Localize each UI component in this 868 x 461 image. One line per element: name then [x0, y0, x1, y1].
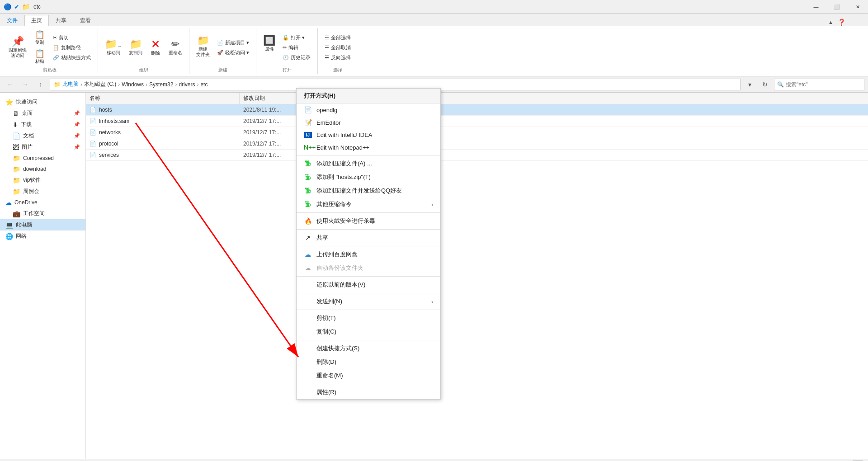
tab-home[interactable]: 主页 [24, 15, 49, 26]
sidebar-item-download[interactable]: 📁 download [0, 164, 85, 174]
ctx-item-send-qq[interactable]: 🗜 添加到压缩文件并发送给QQ好友 [297, 184, 440, 198]
scissors-icon: ✂ [53, 35, 57, 41]
file-icon-protocol: 📄 [90, 141, 96, 147]
ctx-item-properties[interactable]: 属性(R) [297, 386, 440, 399]
rename-icon: ✏ [171, 39, 179, 49]
sidebar-item-vip[interactable]: 📁 vip软件 [0, 174, 85, 186]
vip-icon: 📁 [13, 177, 20, 184]
up-button[interactable]: ↑ [34, 79, 47, 90]
path-segment-5[interactable]: etc [200, 81, 208, 88]
tab-file[interactable]: 文件 [0, 15, 24, 26]
ctx-item-emeditor[interactable]: 📝 EmEditor [297, 116, 440, 129]
cut-button[interactable]: ✂ 剪切 [50, 33, 94, 42]
file-row-protocol[interactable]: 📄 protocol 2019/12/7 17:... B [86, 138, 868, 150]
arrow-send-icon: › [431, 298, 433, 305]
ctx-item-add-hosts-zip[interactable]: 🗜 添加到 "hosts.zip"(T) [297, 170, 440, 184]
downloads-icon: ⬇ [13, 121, 18, 128]
ctx-item-create-shortcut[interactable]: 创建快捷方式(S) [297, 342, 440, 355]
onedrive-icon: ☁ [5, 199, 12, 206]
path-segment-4[interactable]: drivers [179, 81, 195, 88]
ctx-item-other-compress[interactable]: 🗜 其他压缩命令 › [297, 198, 440, 211]
title-controls[interactable]: — ⬜ ✕ [806, 0, 868, 14]
ctx-item-share[interactable]: ↗ 共享 [297, 231, 440, 245]
copy-path-icon: 📋 [53, 45, 59, 51]
ctx-item-baidu[interactable]: ☁ 上传到百度网盘 [297, 248, 440, 261]
sidebar-item-quick-access[interactable]: ⭐ 快速访问 [0, 96, 85, 108]
sidebar-item-downloads[interactable]: ⬇ 下载 📌 [0, 119, 85, 130]
header-name[interactable]: 名称 [86, 93, 240, 104]
ctx-item-rename[interactable]: 重命名(M) [297, 369, 440, 382]
ribbon-group-new: 📁 新建文件夹 📄 新建项目 ▾ 🚀 轻松访问 ▾ 新建 [189, 28, 256, 74]
file-row-hosts[interactable]: 📄 hosts 2021/8/11 19:... [86, 104, 868, 116]
forward-button[interactable]: → [19, 79, 32, 90]
path-segment-1[interactable]: 本地磁盘 (C:) [84, 80, 116, 88]
pictures-icon: 🖼 [13, 144, 19, 151]
copy-to-button[interactable]: 📁 复制到 [126, 38, 146, 57]
delete-button[interactable]: ✕ 删除 [146, 37, 165, 58]
pin-downloads-icon: 📌 [74, 122, 80, 127]
deselect-all-button[interactable]: ☰ 全部取消 [321, 43, 354, 52]
sidebar-item-pictures[interactable]: 🖼 图片 📌 [0, 141, 85, 153]
ctx-item-intellij[interactable]: IJ Edit with IntelliJ IDEA [297, 129, 440, 141]
sidebar-item-compressed[interactable]: 📁 Compressed [0, 153, 85, 164]
sidebar-item-desktop[interactable]: 🖥 桌面 📌 [0, 108, 85, 119]
tab-view[interactable]: 查看 [73, 15, 98, 26]
search-box[interactable]: 🔍 [774, 79, 864, 90]
refresh-button[interactable]: ↻ [759, 79, 771, 90]
sidebar-item-onedrive[interactable]: ☁ OneDrive [0, 197, 85, 208]
file-row-services[interactable]: 📄 services 2019/12/7 17:... B [86, 150, 868, 161]
sort-button[interactable]: ▲ [255, 95, 260, 101]
back-button[interactable]: ← [4, 79, 16, 90]
paste-button[interactable]: 📋 粘贴 [31, 48, 49, 66]
file-row-lmhosts[interactable]: 📄 lmhosts.sam 2019/12/7 17:... B [86, 116, 868, 127]
paste-shortcut-button[interactable]: 🔗 粘贴快捷方式 [50, 53, 94, 62]
tab-share[interactable]: 共享 [49, 15, 73, 26]
new-item-button[interactable]: 📄 新建项目 ▾ [214, 38, 252, 47]
rename-button[interactable]: ✏ 重命名 [165, 38, 185, 57]
sidebar-item-this-pc[interactable]: 💻 此电脑 [0, 219, 85, 230]
properties-button[interactable]: 🔲 属性 [260, 34, 278, 61]
ctx-item-cut[interactable]: 剪切(T) [297, 311, 440, 325]
new-folder-button[interactable]: 📁 新建文件夹 [193, 34, 213, 61]
easy-access-button[interactable]: 🚀 轻松访问 ▾ [214, 48, 252, 57]
ctx-item-opendlg[interactable]: 📄 opendlg [297, 103, 440, 116]
sidebar-item-workspace[interactable]: 💼 工作空间 [0, 208, 85, 219]
ctx-item-antivirus[interactable]: 🔥 使用火绒安全进行杀毒 [297, 214, 440, 228]
sidebar-item-documents[interactable]: 📄 文档 📌 [0, 130, 85, 141]
ctx-item-restore[interactable]: 还原以前的版本(V) [297, 278, 440, 292]
ctx-item-add-archive[interactable]: 🗜 添加到压缩文件(A) ... [297, 157, 440, 170]
sidebar-label-documents: 文档 [23, 132, 34, 140]
help-icon[interactable]: ❓ [838, 19, 845, 26]
weekly-icon: 📁 [13, 188, 20, 195]
select-label: 选择 [333, 67, 342, 73]
invert-selection-button[interactable]: ☰ 反向选择 [321, 53, 354, 62]
sidebar-item-network[interactable]: 🌐 网络 [0, 230, 85, 242]
file-row-networks[interactable]: 📄 networks 2019/12/7 17:... B [86, 127, 868, 138]
pin-to-quick-access-button[interactable]: 📌 固定到快速访问 [5, 34, 30, 61]
path-segment-3[interactable]: System32 [149, 81, 173, 88]
maximize-button[interactable]: ⬜ [826, 0, 847, 14]
select-all-button[interactable]: ☰ 全部选择 [321, 33, 354, 42]
history-button[interactable]: 🕐 历史记录 [279, 53, 314, 62]
ctx-item-send-to[interactable]: 发送到(N) › [297, 295, 440, 308]
close-button[interactable]: ✕ [847, 0, 868, 14]
copy-button[interactable]: 📋 复制 [31, 29, 49, 47]
clipboard-label: 剪贴板 [43, 67, 57, 73]
ctx-item-notepadpp[interactable]: N++ Edit with Notepad++ [297, 141, 440, 154]
ribbon-collapse-icon[interactable]: ▲ [828, 19, 833, 25]
ctx-header[interactable]: 打开方式(H) [297, 89, 440, 103]
edit-button[interactable]: ✏ 编辑 [279, 43, 314, 52]
copy-icon: 📋 [35, 31, 45, 39]
path-segment-2[interactable]: Windows [122, 81, 144, 88]
ctx-item-delete[interactable]: 删除(D) [297, 355, 440, 369]
open-button[interactable]: 🔓 打开 ▾ [279, 33, 314, 42]
sidebar-item-weekly[interactable]: 📁 周例会 [0, 186, 85, 197]
path-segment-0[interactable]: 此电脑 [62, 80, 79, 88]
search-input[interactable] [786, 81, 861, 88]
dropdown-button[interactable]: ▾ [743, 79, 756, 90]
copy-path-button[interactable]: 📋 复制路径 [50, 43, 94, 52]
move-to-button[interactable]: 📁→ 移动到 [102, 38, 125, 57]
minimize-button[interactable]: — [806, 0, 826, 14]
context-menu: 打开方式(H) 📄 opendlg 📝 EmEditor IJ Edit wit… [296, 88, 441, 400]
ctx-item-copy[interactable]: 复制(C) [297, 325, 440, 339]
